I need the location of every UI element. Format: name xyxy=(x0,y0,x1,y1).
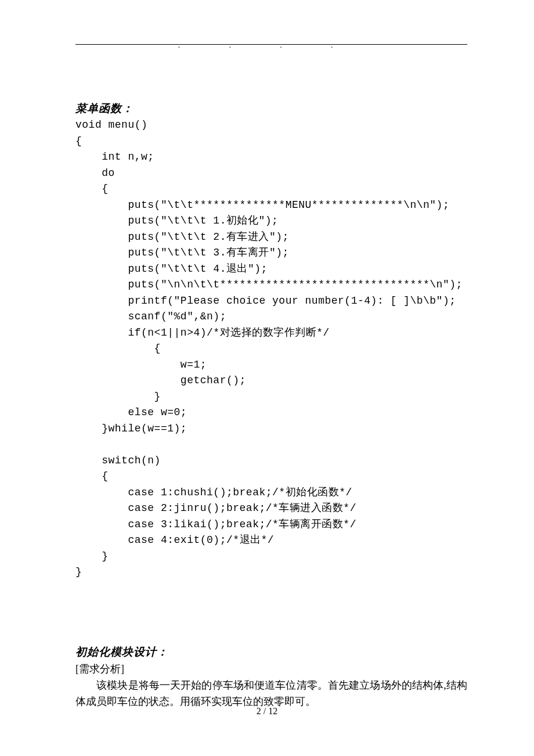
heading-init-module: 初始化模块设计： xyxy=(75,645,467,660)
header-rule-dots: . . . . xyxy=(0,40,534,49)
page-content: 菜单函数： void menu() { int n,w; do { puts("… xyxy=(75,101,467,710)
document-page: . . . . 菜单函数： void menu() { int n,w; do … xyxy=(0,0,534,756)
section-gap xyxy=(75,581,467,645)
requirement-paragraph-text: 该模块是将每一天开始的停车场和便道车位清零。首先建立场场外的结构体,结构体成员即… xyxy=(75,679,467,707)
requirement-label: [需求分析] xyxy=(75,661,467,677)
heading-menu-function: 菜单函数： xyxy=(75,101,467,116)
code-block: void menu() { int n,w; do { puts("\t\t**… xyxy=(75,117,467,581)
page-footer: 2 / 12 xyxy=(0,706,534,717)
requirement-paragraph: 该模块是将每一天开始的停车场和便道车位清零。首先建立场场外的结构体,结构体成员即… xyxy=(75,677,467,710)
